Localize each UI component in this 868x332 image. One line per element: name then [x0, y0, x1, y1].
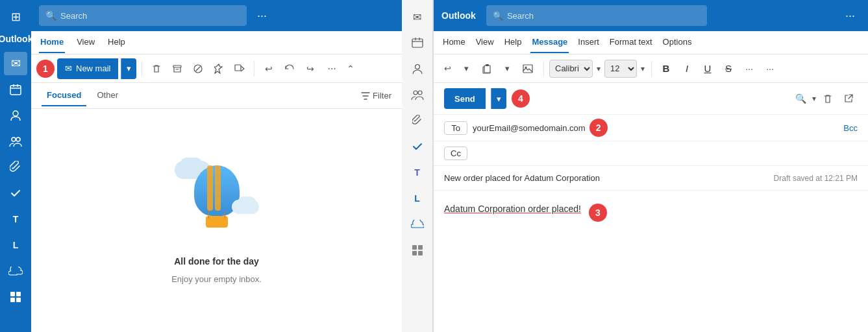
left-toolbar: 1 ✉ New mail ▾ ↩ [31, 54, 402, 83]
send-dropdown-button[interactable]: ▾ [491, 88, 506, 109]
right-nav-insert[interactable]: Insert [577, 32, 601, 53]
more-options-button[interactable]: ··· [761, 60, 779, 78]
onedrive-icon[interactable] [4, 259, 27, 283]
inbox-content: All done for the day Enjoy your empty in… [31, 109, 402, 332]
font-family-select[interactable]: Calibri [549, 60, 593, 78]
mid-people-icon[interactable] [406, 57, 429, 80]
spam-button[interactable] [189, 60, 207, 78]
right-search-box[interactable]: 🔍 [486, 5, 707, 26]
step1-badge: 1 [36, 60, 55, 78]
mid-mail-icon[interactable]: ✉ [406, 5, 429, 29]
left-nav-home[interactable]: Home [39, 32, 65, 53]
right-nav-message[interactable]: Message [530, 32, 569, 53]
svg-point-4 [13, 111, 18, 116]
mid-calendar-icon[interactable] [406, 31, 429, 54]
right-more-button[interactable]: ··· [840, 6, 860, 25]
app-grid-icon[interactable]: ⊞ [4, 5, 27, 29]
to-row: To yourEmail@somedomain.com 2 Bcc [434, 115, 868, 141]
right-sep-2 [651, 61, 652, 77]
mid-todo-icon[interactable]: L [406, 187, 429, 210]
strikethrough-button[interactable]: S [719, 60, 738, 78]
svg-point-20 [418, 91, 422, 95]
other-tab[interactable]: Other [92, 85, 123, 106]
mid-more-icon[interactable] [406, 239, 429, 262]
svg-rect-7 [10, 292, 15, 296]
undo2-button[interactable] [280, 60, 299, 78]
svg-rect-11 [173, 65, 181, 67]
undo-button[interactable]: ↩ [260, 60, 278, 78]
cc-input[interactable] [473, 148, 858, 158]
archive-button[interactable] [168, 60, 186, 78]
calendar-icon[interactable] [4, 78, 27, 101]
mid-onedrive-icon[interactable] [406, 213, 429, 236]
groups-icon[interactable] [4, 130, 27, 153]
filter-button[interactable]: Filter [361, 91, 391, 101]
svg-rect-24 [418, 251, 423, 255]
left-search-box[interactable]: 🔍 [39, 5, 247, 26]
cc-row: Cc [434, 141, 868, 166]
mail-icon[interactable]: ✉ [4, 52, 27, 75]
svg-rect-10 [16, 298, 21, 302]
left-search-input[interactable] [60, 11, 240, 21]
right-nav-view[interactable]: View [475, 32, 495, 53]
undo-btn[interactable]: ↩ [439, 60, 456, 78]
left-more-button[interactable]: ··· [252, 6, 272, 25]
font-size-select[interactable]: 12 [604, 60, 637, 78]
compose-area: Send ▾ 4 🔍 ▾ To yourEmail@somedomain.com… [434, 83, 868, 332]
zoom-dropdown[interactable]: ▾ [812, 94, 816, 103]
tag-button[interactable] [230, 60, 249, 78]
focused-tab[interactable]: Focused [42, 85, 86, 106]
underline-button[interactable]: U [699, 60, 717, 78]
clipboard-dropdown-btn[interactable]: ▾ [500, 60, 515, 78]
mail-envelope-icon: ✉ [65, 64, 72, 73]
right-nav-format[interactable]: Format text [608, 32, 654, 53]
mid-groups-icon[interactable] [406, 83, 429, 106]
left-top-bar: 🔍 ··· [31, 0, 402, 31]
zoom-icon[interactable]: 🔍 [791, 89, 810, 108]
pop-out-icon[interactable] [839, 89, 858, 108]
clipboard-btn[interactable] [477, 60, 497, 78]
toolbar-more-button[interactable]: ··· [322, 60, 341, 77]
right-nav-help[interactable]: Help [503, 32, 523, 53]
pin-button[interactable] [210, 60, 228, 78]
cloud-right-top [238, 196, 256, 208]
email-body-text[interactable]: Adatum Corporation order placed! [444, 204, 581, 214]
delete-compose-icon[interactable] [819, 89, 837, 108]
mid-tasks-icon[interactable] [406, 135, 429, 158]
tasks-check-icon[interactable] [4, 182, 27, 205]
filter-label: Filter [373, 91, 391, 101]
new-mail-button[interactable]: ✉ New mail [57, 58, 118, 79]
right-nav-options[interactable]: Options [662, 32, 693, 53]
more-apps-icon[interactable] [4, 285, 27, 309]
mid-attachment-icon[interactable] [406, 109, 429, 132]
bold-button[interactable]: B [657, 60, 675, 78]
send-button[interactable]: Send [444, 88, 486, 109]
left-nav-view[interactable]: View [75, 32, 96, 53]
undo-dropdown-btn[interactable]: ▾ [459, 60, 474, 78]
delete-button[interactable] [147, 60, 166, 78]
svg-rect-9 [10, 298, 15, 302]
right-top-bar: Outlook 🔍 ··· [434, 0, 868, 31]
mid-teams-icon[interactable]: T [406, 161, 429, 184]
insert-image-btn[interactable] [517, 60, 538, 78]
left-nav-help[interactable]: Help [106, 32, 127, 53]
subject-row: Draft saved at 12:21 PM [434, 166, 868, 191]
svg-point-5 [12, 137, 16, 141]
attachment-icon[interactable] [4, 156, 27, 179]
left-search-icon: 🔍 [45, 10, 56, 21]
right-search-input[interactable] [507, 11, 701, 21]
contacts-icon[interactable] [4, 104, 27, 127]
teams-icon[interactable]: T [4, 208, 27, 231]
more-format-button[interactable]: ··· [740, 60, 758, 78]
italic-button[interactable]: I [678, 60, 696, 78]
rope-left [208, 211, 209, 219]
send-row-icons: 🔍 ▾ [791, 89, 858, 108]
subject-input[interactable] [444, 173, 774, 183]
new-mail-dropdown-button[interactable]: ▾ [121, 58, 136, 79]
redo-button[interactable]: ↪ [301, 60, 319, 78]
bcc-link[interactable]: Bcc [843, 123, 858, 133]
step3-area: Adatum Corporation order placed! 3 [444, 204, 858, 222]
todo-icon[interactable]: L [4, 233, 27, 257]
right-nav-home[interactable]: Home [441, 32, 467, 53]
toolbar-chevron-button[interactable]: ⌃ [344, 61, 357, 77]
